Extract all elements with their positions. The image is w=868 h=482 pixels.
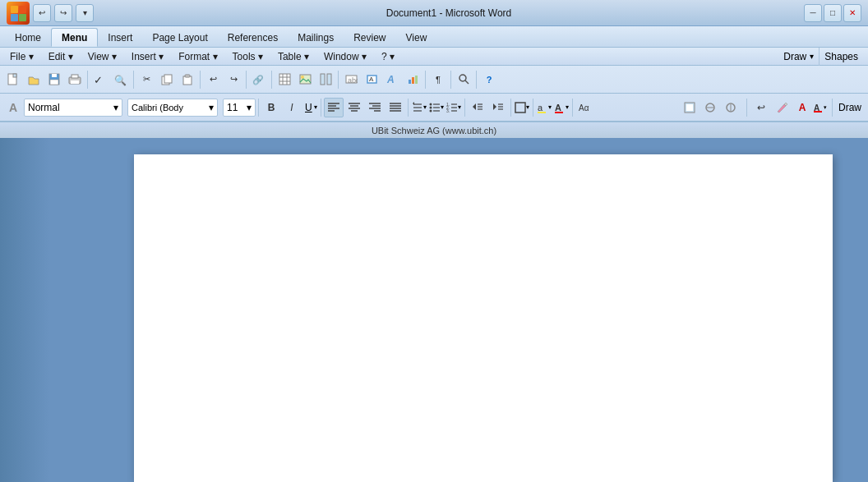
draw-dropdown-arrow[interactable]: ▾ <box>810 52 814 61</box>
hyperlink-button[interactable]: 🔗 <box>249 70 269 90</box>
tab-menu[interactable]: Menu <box>51 28 98 47</box>
align-left-button[interactable] <box>324 98 344 117</box>
redo-button[interactable]: ↪ <box>54 4 72 22</box>
tab-mailings[interactable]: Mailings <box>288 29 344 47</box>
right-draw-btn2[interactable] <box>700 98 720 117</box>
menu-edit[interactable]: Edit ▾ <box>42 49 80 64</box>
office-logo[interactable] <box>7 2 30 25</box>
tab-references[interactable]: References <box>218 29 288 47</box>
document-area[interactable] <box>49 138 868 482</box>
svg-point-59 <box>429 106 432 108</box>
menu-file[interactable]: File ▾ <box>3 49 40 64</box>
size-value: 11 <box>227 102 238 113</box>
font-color-button[interactable]: A ▾ <box>553 98 570 117</box>
underline-label: U <box>303 102 314 113</box>
menu-view[interactable]: View ▾ <box>81 49 123 64</box>
align-right-button[interactable] <box>365 98 385 117</box>
chart-button[interactable] <box>403 70 422 90</box>
bold-button[interactable]: B <box>261 98 281 117</box>
document-page[interactable] <box>134 154 833 482</box>
shapes-label: Shapes <box>824 51 858 62</box>
show-hide-button[interactable]: ¶ <box>428 70 448 90</box>
svg-rect-78 <box>515 103 525 112</box>
undo-toolbar-button[interactable]: ↩ <box>203 70 223 90</box>
tab-view[interactable]: View <box>396 29 437 47</box>
tab-review[interactable]: Review <box>344 29 395 47</box>
print-button[interactable] <box>65 70 85 90</box>
research-button[interactable]: 🔍 <box>111 70 131 90</box>
sep-fmt-7 <box>572 99 573 117</box>
svg-rect-19 <box>279 74 290 85</box>
svg-text:✓: ✓ <box>94 74 103 86</box>
menu-window[interactable]: Window ▾ <box>317 49 373 64</box>
right-draw-btn3[interactable] <box>721 98 741 117</box>
copy-button[interactable] <box>157 70 177 90</box>
menu-tools[interactable]: Tools ▾ <box>226 49 270 64</box>
align-center-button[interactable] <box>344 98 364 117</box>
close-button[interactable]: ✕ <box>843 4 861 22</box>
svg-rect-91 <box>814 111 822 112</box>
justify-button[interactable] <box>386 98 405 117</box>
change-styles-button[interactable]: Aα <box>575 98 595 117</box>
open-button[interactable] <box>24 70 44 90</box>
sep-fmt-4 <box>464 99 465 117</box>
line-spacing-button[interactable]: ▾ <box>411 98 427 117</box>
right-draw-text[interactable]: A <box>792 98 812 117</box>
borders-button[interactable]: ▾ <box>514 98 530 117</box>
menu-help[interactable]: ? ▾ <box>375 49 401 64</box>
right-draw-undo[interactable]: ↩ <box>751 98 771 117</box>
insert-table-button[interactable] <box>275 70 294 90</box>
paste-button[interactable] <box>178 70 197 90</box>
svg-text:3.: 3. <box>446 108 450 113</box>
numbering-button[interactable]: 1.2.3. ▾ <box>446 98 462 117</box>
separator-7 <box>425 71 426 89</box>
svg-text:abc: abc <box>348 76 358 85</box>
sep-fmt-1 <box>258 99 259 117</box>
quick-access-more[interactable]: ▾ <box>76 4 94 22</box>
menu-insert[interactable]: Insert ▾ <box>125 49 170 64</box>
size-arrow: ▾ <box>247 102 252 113</box>
separator-6 <box>338 71 339 89</box>
draw-label: Draw <box>783 51 806 62</box>
maximize-button[interactable]: □ <box>824 4 842 22</box>
font-value: Calibri (Body <box>132 103 183 112</box>
drawing-button[interactable]: abc <box>341 70 361 90</box>
sep-fmt-3 <box>408 99 409 117</box>
right-draw-pen[interactable] <box>772 98 792 117</box>
increase-indent-button[interactable] <box>488 98 508 117</box>
wordart-button[interactable]: A <box>382 70 402 90</box>
highlight-arrow: ▾ <box>548 103 552 111</box>
sep-fmt-2 <box>321 99 321 117</box>
font-size-dropdown[interactable]: 11 ▾ <box>223 99 256 117</box>
svg-rect-34 <box>412 77 414 84</box>
insert-picture-button[interactable] <box>295 70 315 90</box>
tab-insert[interactable]: Insert <box>98 29 142 47</box>
svg-rect-8 <box>50 80 58 85</box>
zoom-button[interactable] <box>454 70 473 90</box>
minimize-button[interactable]: ─ <box>804 4 822 22</box>
bullets-button[interactable]: ▾ <box>428 98 445 117</box>
tab-home[interactable]: Home <box>5 29 51 47</box>
spellcheck-button[interactable]: ✓ <box>90 70 110 90</box>
menu-table[interactable]: Table ▾ <box>271 49 316 64</box>
right-draw-color[interactable]: A ▾ <box>813 98 828 117</box>
menu-format[interactable]: Format ▾ <box>172 49 224 64</box>
font-dropdown[interactable]: Calibri (Body ▾ <box>127 99 218 117</box>
svg-rect-11 <box>71 80 79 84</box>
underline-button[interactable]: U ▾ <box>302 98 318 117</box>
numbering-arrow: ▾ <box>458 103 461 111</box>
tab-page-layout[interactable]: Page Layout <box>142 29 217 47</box>
textbox-button[interactable]: A <box>362 70 381 90</box>
column-button[interactable] <box>316 70 335 90</box>
cut-button[interactable]: ✂ <box>136 70 156 90</box>
highlight-button[interactable]: a ▾ <box>536 98 552 117</box>
undo-button[interactable]: ↩ <box>33 4 51 22</box>
save-button[interactable] <box>44 70 64 90</box>
style-dropdown[interactable]: Normal ▾ <box>24 99 122 117</box>
redo-toolbar-button[interactable]: ↪ <box>224 70 243 90</box>
new-button[interactable] <box>3 70 23 90</box>
right-draw-btn1[interactable] <box>680 98 699 117</box>
italic-button[interactable]: I <box>282 98 302 117</box>
help-button[interactable]: ? <box>479 70 499 90</box>
decrease-indent-button[interactable] <box>468 98 487 117</box>
